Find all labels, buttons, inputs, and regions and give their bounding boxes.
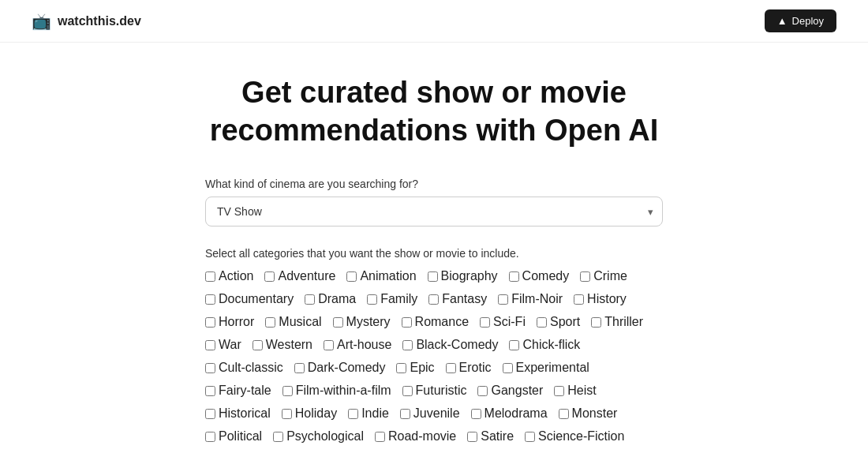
category-checkbox[interactable] xyxy=(467,432,477,442)
category-checkbox[interactable] xyxy=(525,432,535,442)
category-checkbox[interactable] xyxy=(205,340,215,350)
category-label[interactable]: Black-Comedy xyxy=(416,338,498,352)
category-label[interactable]: Fantasy xyxy=(442,292,487,306)
category-item: Biography xyxy=(428,269,509,283)
category-checkbox[interactable] xyxy=(480,317,490,328)
category-label[interactable]: Chick-flick xyxy=(522,338,580,352)
category-label[interactable]: Adventure xyxy=(278,269,335,283)
cinema-type-select[interactable]: TV ShowMovieBoth xyxy=(205,197,663,226)
category-checkbox[interactable] xyxy=(498,294,508,305)
category-checkbox[interactable] xyxy=(367,294,377,305)
category-label[interactable]: Animation xyxy=(360,269,416,283)
category-checkbox[interactable] xyxy=(205,432,215,442)
category-checkbox[interactable] xyxy=(574,294,584,305)
category-item: Musical xyxy=(265,315,332,329)
category-label[interactable]: Heist xyxy=(567,384,596,398)
category-item: History xyxy=(574,292,638,306)
category-label[interactable]: Historical xyxy=(219,406,271,421)
category-checkbox[interactable] xyxy=(428,294,439,305)
category-checkbox[interactable] xyxy=(509,271,519,282)
category-label[interactable]: Drama xyxy=(318,292,356,306)
hero-title: Get curated show or movie recommendation… xyxy=(205,74,663,149)
category-label[interactable]: Gangster xyxy=(491,384,543,398)
category-label[interactable]: Epic xyxy=(410,361,434,375)
category-checkbox[interactable] xyxy=(591,317,601,328)
category-checkbox[interactable] xyxy=(400,409,410,419)
category-label[interactable]: Road-movie xyxy=(388,429,456,444)
category-checkbox[interactable] xyxy=(402,317,412,328)
category-checkbox[interactable] xyxy=(282,409,292,419)
category-label[interactable]: Psychological xyxy=(286,429,364,444)
category-label[interactable]: Film-Noir xyxy=(511,292,563,306)
category-checkbox[interactable] xyxy=(428,271,438,282)
category-label[interactable]: Juvenile xyxy=(413,406,460,421)
category-label[interactable]: Indie xyxy=(361,406,389,421)
category-checkbox[interactable] xyxy=(273,432,283,442)
category-label[interactable]: Melodrama xyxy=(485,406,548,421)
category-label[interactable]: Art-house xyxy=(337,338,391,352)
category-label[interactable]: Musical xyxy=(279,315,321,329)
category-checkbox[interactable] xyxy=(509,340,519,350)
category-checkbox[interactable] xyxy=(580,271,590,282)
category-label[interactable]: Mystery xyxy=(346,315,391,329)
category-checkbox[interactable] xyxy=(264,271,275,282)
category-label[interactable]: Experimental xyxy=(516,361,589,375)
category-label[interactable]: Sci-Fi xyxy=(493,315,526,329)
category-checkbox[interactable] xyxy=(446,363,456,373)
category-label[interactable]: Film-within-a-film xyxy=(296,384,391,398)
category-label[interactable]: Holiday xyxy=(295,406,337,421)
category-checkbox[interactable] xyxy=(253,340,263,350)
category-checkbox[interactable] xyxy=(402,340,413,350)
category-checkbox[interactable] xyxy=(305,294,315,305)
category-label[interactable]: Crime xyxy=(593,269,627,283)
category-checkbox[interactable] xyxy=(205,271,215,282)
category-label[interactable]: Documentary xyxy=(219,292,294,306)
category-label[interactable]: Western xyxy=(266,338,312,352)
category-label[interactable]: War xyxy=(219,338,241,352)
category-item: Romance xyxy=(402,315,480,329)
category-label[interactable]: Cult-classic xyxy=(219,361,283,375)
category-checkbox[interactable] xyxy=(402,386,413,396)
category-checkbox[interactable] xyxy=(294,363,305,373)
category-label[interactable]: Family xyxy=(380,292,417,306)
deploy-button[interactable]: ▲ Deploy xyxy=(765,9,836,32)
category-label[interactable]: Sport xyxy=(550,315,580,329)
category-checkbox[interactable] xyxy=(282,386,293,396)
category-checkbox[interactable] xyxy=(396,363,406,373)
category-label[interactable]: Political xyxy=(219,429,262,444)
category-checkbox[interactable] xyxy=(559,409,569,419)
category-label[interactable]: Comedy xyxy=(522,269,570,283)
category-label[interactable]: Futuristic xyxy=(416,384,467,398)
category-checkbox[interactable] xyxy=(554,386,564,396)
category-checkbox[interactable] xyxy=(346,271,357,282)
category-checkbox[interactable] xyxy=(205,317,215,328)
category-checkbox[interactable] xyxy=(537,317,547,328)
category-label[interactable]: History xyxy=(587,292,627,306)
category-checkbox[interactable] xyxy=(477,386,488,396)
category-checkbox[interactable] xyxy=(265,317,275,328)
category-checkbox[interactable] xyxy=(205,363,215,373)
category-checkbox[interactable] xyxy=(205,409,215,419)
category-label[interactable]: Thriller xyxy=(604,315,643,329)
category-label[interactable]: Action xyxy=(219,269,253,283)
category-checkbox[interactable] xyxy=(503,363,513,373)
category-label[interactable]: Romance xyxy=(415,315,469,329)
category-checkbox[interactable] xyxy=(324,340,334,350)
category-label[interactable]: Satire xyxy=(481,429,514,444)
category-label[interactable]: Biography xyxy=(441,269,498,283)
category-label[interactable]: Monster xyxy=(572,406,618,421)
category-label[interactable]: Fairy-tale xyxy=(219,384,271,398)
category-item: Experimental xyxy=(503,361,600,375)
category-checkbox[interactable] xyxy=(205,294,215,305)
category-item: Psychological xyxy=(273,429,375,444)
category-item: Road-movie xyxy=(375,429,467,444)
category-checkbox[interactable] xyxy=(205,386,215,396)
category-label[interactable]: Science-Fiction xyxy=(538,429,624,444)
category-label[interactable]: Horror xyxy=(219,315,254,329)
category-checkbox[interactable] xyxy=(348,409,358,419)
category-label[interactable]: Erotic xyxy=(459,361,492,375)
category-checkbox[interactable] xyxy=(333,317,343,328)
category-checkbox[interactable] xyxy=(471,409,481,419)
category-checkbox[interactable] xyxy=(375,432,385,442)
category-label[interactable]: Dark-Comedy xyxy=(308,361,386,375)
